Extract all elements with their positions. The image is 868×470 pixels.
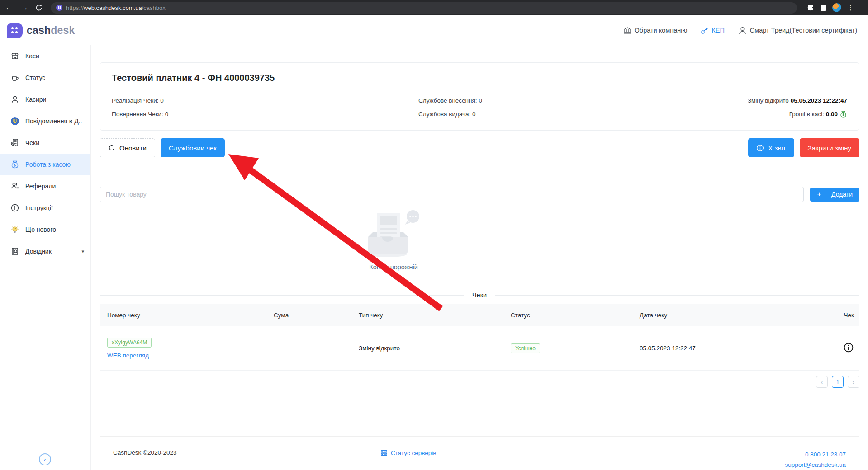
- url-text: https://web.cashdesk.com.ua/cashbox: [66, 5, 166, 11]
- key-icon: [701, 27, 708, 34]
- stat-cash-in-till: Гроші в касі: 0.00: [748, 108, 847, 121]
- stat-service-out: Службова видача: 0: [418, 108, 748, 121]
- browser-reload-icon[interactable]: [35, 4, 44, 11]
- tab-square-icon[interactable]: [821, 5, 826, 11]
- check-info-button[interactable]: [843, 342, 854, 353]
- browser-back-icon[interactable]: ←: [5, 3, 14, 12]
- browser-menu-icon[interactable]: ⋮: [847, 4, 854, 12]
- col-check-date: Дата чеку: [632, 312, 827, 319]
- close-shift-button[interactable]: Закрити зміну: [800, 138, 859, 157]
- col-check: Чек: [827, 312, 859, 319]
- add-product-button[interactable]: + Додати: [810, 188, 859, 202]
- cashdesk-logo[interactable]: cashdesk: [7, 23, 75, 38]
- bank-icon: [623, 26, 631, 34]
- server-status-link[interactable]: Статус серверів: [380, 449, 436, 456]
- sidebar: Каси Статус Касири Повідомлення в Д.. Че…: [0, 45, 91, 470]
- empty-cart-illustration: Кошик порожній: [353, 209, 434, 271]
- col-check-type: Тип чеку: [351, 312, 503, 319]
- chevron-down-icon: ▾: [81, 249, 84, 254]
- web-view-link[interactable]: WEB перегляд: [107, 352, 266, 359]
- sidebar-item-robota-z-kasoyu[interactable]: Робота з касою: [0, 154, 90, 175]
- site-favicon: [56, 5, 62, 11]
- x-report-button[interactable]: Х звіт: [748, 138, 794, 157]
- sidebar-item-instrukcii[interactable]: Інструкції: [0, 197, 90, 219]
- stat-realization: Реалізація Чеки: 0: [112, 94, 418, 108]
- cart-area: Кошик порожній: [100, 202, 859, 288]
- col-check-number: Номер чеку: [100, 312, 266, 319]
- main-content: Тестовий платник 4 - ФН 4000039735 Реалі…: [91, 45, 868, 470]
- footer: CashDesk ©2020-2023 Статус серверів 0 80…: [100, 436, 859, 470]
- browser-chrome: ← → https://web.cashdesk.com.ua/cashbox …: [0, 0, 868, 15]
- lightbulb-icon: [10, 225, 19, 234]
- refresh-button[interactable]: Оновити: [100, 138, 155, 157]
- extensions-puzzle-icon[interactable]: [807, 4, 815, 12]
- stat-shift-opened: Зміну відкрито 05.05.2023 12:22:47: [748, 94, 847, 108]
- url-bar[interactable]: https://web.cashdesk.com.ua/cashbox: [51, 2, 797, 14]
- person-icon: [10, 95, 19, 104]
- sidebar-collapse-button[interactable]: ‹: [39, 453, 51, 465]
- col-status: Статус: [503, 312, 632, 319]
- money-bag-icon: [10, 160, 19, 169]
- page-prev-button[interactable]: ‹: [816, 376, 828, 388]
- sidebar-item-kasy[interactable]: Каси: [0, 45, 90, 67]
- info-circle-icon: [10, 203, 19, 212]
- copyright: CashDesk ©2020-2023: [113, 449, 177, 456]
- server-icon: [380, 449, 388, 456]
- table-row: xXyIgyWA64M WEB перегляд Зміну відкрито …: [100, 326, 859, 371]
- page-1-button[interactable]: 1: [832, 376, 844, 388]
- stat-returns: Повернення Чеки: 0: [112, 108, 418, 121]
- page-next-button[interactable]: ›: [848, 376, 859, 388]
- ukraine-trident-icon: [10, 117, 19, 126]
- checks-table: Номер чеку Сума Тип чеку Статус Дата чек…: [100, 304, 859, 371]
- actions-row: Оновити Службовий чек Х звіт Закрити змі…: [100, 138, 859, 157]
- stat-service-in: Службове внесення: 0: [418, 94, 748, 108]
- service-check-button[interactable]: Службовий чек: [161, 138, 225, 157]
- receipt-icon: [10, 138, 19, 147]
- cashdesk-logo-text: cashdesk: [27, 24, 75, 37]
- cash-register-icon: [10, 52, 19, 61]
- info-circle-icon: [843, 342, 854, 353]
- sidebar-item-cheky[interactable]: Чеки: [0, 132, 90, 154]
- divider: [100, 174, 859, 174]
- user-menu[interactable]: Смарт Трейд(Тестовий сертифікат): [738, 26, 857, 35]
- choose-company-button[interactable]: Обрати компанію: [623, 26, 688, 34]
- cashdesk-logo-icon: [7, 23, 23, 38]
- checks-section-title: Чеки: [100, 291, 859, 299]
- sidebar-item-status[interactable]: Статус: [0, 67, 90, 89]
- cashbox-summary-card: Тестовий платник 4 - ФН 4000039735 Реалі…: [100, 62, 859, 131]
- money-bag-green-icon: [840, 110, 847, 118]
- kep-button[interactable]: КЕП: [701, 27, 725, 34]
- referrals-icon: [10, 182, 19, 191]
- directory-icon: [10, 247, 19, 256]
- sidebar-item-referaly[interactable]: Реферали: [0, 175, 90, 197]
- plus-icon: +: [817, 190, 821, 199]
- support-email-link[interactable]: support@cashdesk.ua: [785, 460, 846, 470]
- empty-cart-label: Кошик порожній: [353, 263, 434, 271]
- sidebar-item-kasyry[interactable]: Касири: [0, 89, 90, 110]
- browser-forward-icon[interactable]: →: [20, 3, 29, 12]
- sidebar-item-shcho-novoho[interactable]: Що нового: [0, 219, 90, 240]
- product-search-input[interactable]: [100, 187, 804, 202]
- sidebar-item-povidomlennya[interactable]: Повідомлення в Д..: [0, 110, 90, 132]
- sidebar-item-dovidnyk[interactable]: Довідник ▾: [0, 240, 90, 262]
- page-title: Тестовий платник 4 - ФН 4000039735: [112, 73, 847, 83]
- coffee-cup-icon: [10, 73, 19, 82]
- user-icon: [738, 26, 747, 35]
- table-header-row: Номер чеку Сума Тип чеку Статус Дата чек…: [100, 304, 859, 326]
- app-header: cashdesk Обрати компанію КЕП Смарт Трейд…: [0, 15, 868, 45]
- check-type-cell: Зміну відкрито: [351, 345, 503, 352]
- pagination: ‹ 1 ›: [100, 376, 859, 388]
- status-badge: Успішно: [511, 343, 540, 353]
- info-circle-icon: [756, 144, 764, 152]
- check-number-badge: xXyIgyWA64M: [107, 338, 152, 348]
- refresh-icon: [108, 144, 115, 151]
- empty-inbox-icon: [360, 209, 427, 259]
- check-date-cell: 05.05.2023 12:22:47: [632, 345, 827, 352]
- search-row: + Додати: [100, 187, 859, 202]
- support-phone-link[interactable]: 0 800 21 23 07: [785, 449, 846, 460]
- browser-profile-avatar[interactable]: [832, 3, 841, 12]
- shift-stats: Реалізація Чеки: 0 Повернення Чеки: 0 Сл…: [112, 94, 847, 121]
- col-sum: Сума: [266, 312, 351, 319]
